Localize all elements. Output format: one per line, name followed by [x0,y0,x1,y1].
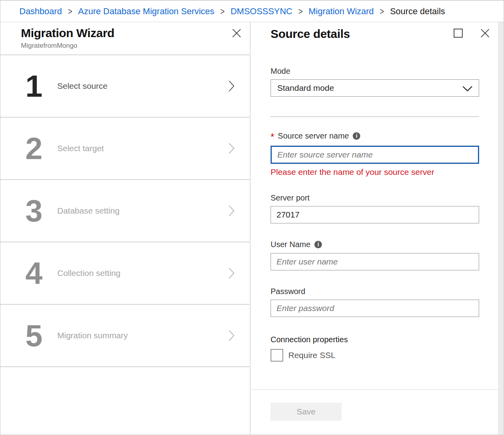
blade-subtitle: MigratefromMongo [21,42,250,50]
source-server-name-error: Please enter the name of your source ser… [271,167,504,177]
wizard-step-select-target[interactable]: 2 Select target [0,118,250,180]
close-icon[interactable] [480,28,490,38]
source-server-name-label: Source server name [278,131,349,141]
wizard-step-select-source[interactable]: 1 Select source [0,55,250,118]
step-label: Select target [57,144,104,153]
user-name-input[interactable] [271,253,479,270]
breadcrumb-link-dashboard[interactable]: Dashboard [19,6,62,17]
required-asterisk: * [271,130,274,142]
blade-title: Source details [271,27,504,41]
connection-properties-label: Connection properties [271,335,504,344]
server-port-label: Server port [271,193,504,202]
step-label: Migration summary [57,331,128,340]
mode-dropdown-value: Standard mode [277,83,334,93]
step-number: 4 [21,259,47,288]
breadcrumb-separator-icon: > [220,6,225,17]
breadcrumb: Dashboard > Azure Database Migration Ser… [0,1,504,22]
password-label: Password [271,287,504,296]
section-divider [271,116,479,117]
chevron-right-icon [228,330,235,341]
server-port-section: Server port [271,193,504,223]
wizard-step-database-setting[interactable]: 3 Database setting [0,180,250,242]
chevron-right-icon [228,142,235,154]
password-section: Password [271,287,504,317]
source-details-form: Mode Standard mode * Source server name … [251,56,504,362]
user-name-section: User Name i [271,240,504,270]
password-input[interactable] [271,300,479,317]
breadcrumb-link-dmsosssync[interactable]: DMSOSSSYNC [231,6,292,17]
server-port-input[interactable] [271,206,479,223]
breadcrumb-separator-icon: > [68,6,72,17]
user-name-label-row: User Name i [271,240,504,249]
step-number: 5 [21,321,47,350]
step-label: Collection setting [57,268,120,278]
source-server-name-label-row: * Source server name i [271,130,504,142]
wizard-step-collection-setting[interactable]: 4 Collection setting [0,242,250,305]
step-number: 2 [21,134,47,163]
breadcrumb-separator-icon: > [380,6,384,17]
chevron-right-icon [228,205,235,217]
user-name-label: User Name [271,240,310,249]
connection-properties-section: Connection properties Require SSL [271,335,504,362]
info-icon[interactable]: i [353,132,360,140]
info-icon[interactable]: i [314,241,322,248]
breadcrumb-link-migration-wizard[interactable]: Migration Wizard [308,6,374,17]
mode-label: Mode [271,67,504,76]
chevron-right-icon [228,80,235,92]
breadcrumb-separator-icon: > [298,6,303,17]
blade-footer: Save [251,389,504,435]
migration-wizard-header: Migration Wizard MigratefromMongo [0,22,250,55]
require-ssl-checkbox-row[interactable]: Require SSL [271,349,504,362]
require-ssl-label: Require SSL [288,351,335,360]
breadcrumb-current-source-details: Source details [390,6,445,17]
step-label: Select source [57,81,107,91]
save-button[interactable]: Save [271,403,342,421]
blade-empty-area [0,367,250,428]
scrollbar[interactable] [498,22,504,435]
close-icon[interactable] [231,28,242,38]
source-details-header: Source details [251,22,504,56]
source-server-name-input[interactable] [271,146,479,164]
step-label: Database setting [57,206,120,216]
source-details-blade: Source details Mode Standard mode [251,22,504,435]
step-number: 3 [21,196,47,225]
require-ssl-checkbox[interactable] [271,349,283,362]
chevron-right-icon [228,267,235,279]
step-number: 1 [21,71,47,101]
maximize-icon[interactable] [453,28,463,38]
chevron-down-icon [462,86,473,92]
azure-portal-window: Dashboard > Azure Database Migration Ser… [0,0,504,435]
breadcrumb-link-dms[interactable]: Azure Database Migration Services [78,6,214,17]
blade-title: Migration Wizard [21,26,250,40]
wizard-step-migration-summary[interactable]: 5 Migration summary [0,305,250,367]
migration-wizard-blade: Migration Wizard MigratefromMongo 1 Sele… [0,22,251,435]
mode-dropdown[interactable]: Standard mode [271,79,479,97]
